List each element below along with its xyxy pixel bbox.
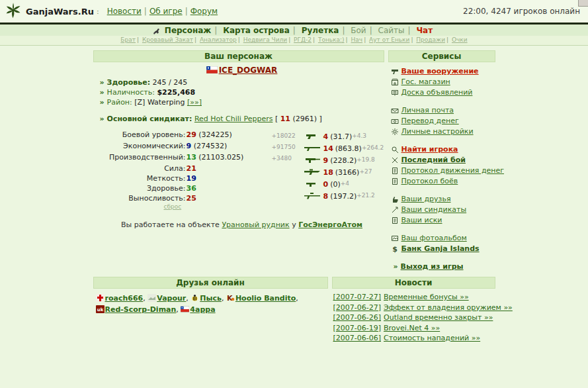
- service-your-weapons[interactable]: Ваше вооружение: [391, 66, 495, 77]
- service-notice-board[interactable]: Доска объявлений: [391, 87, 495, 98]
- separator: |: [137, 36, 139, 43]
- subnav-rgd2[interactable]: РГД-2: [294, 36, 312, 43]
- friend-link[interactable]: Vapour: [157, 294, 186, 303]
- weapon-extra: (0): [330, 180, 341, 189]
- service-link[interactable]: Протокол боёв: [401, 176, 458, 187]
- service-money-log[interactable]: Протокол движения денег: [391, 166, 495, 176]
- stat-strength: Сила: 21: [100, 164, 298, 173]
- news-link[interactable]: [2007-06-19]Brovei.Net 4 »»: [333, 323, 495, 334]
- service-your-friends[interactable]: Ваши друзья: [391, 194, 495, 205]
- nav-character[interactable]: Персонаж: [165, 26, 211, 35]
- service-link[interactable]: Гос. магазин: [401, 77, 450, 87]
- exit-game-link[interactable]: Выход из игры: [401, 262, 464, 271]
- friend-link[interactable]: 4appa: [190, 305, 215, 314]
- friend-link[interactable]: Hoolio Bandito: [235, 294, 296, 303]
- person-icon: [152, 28, 161, 34]
- service-state-shop[interactable]: Гос. магазин: [391, 77, 495, 87]
- syndicate-rank: 11: [280, 115, 290, 123]
- service-link[interactable]: Протокол движения денег: [401, 166, 505, 176]
- service-link[interactable]: Ваши синдикаты: [401, 205, 467, 215]
- uk-badge-icon: [96, 305, 105, 313]
- stat-value: 29: [187, 130, 196, 139]
- friend-link[interactable]: Red-Scorp-Diman: [105, 305, 177, 314]
- bracket-open: [: [275, 115, 278, 123]
- district-move-link[interactable]: [»»]: [187, 98, 202, 107]
- service-last-fight[interactable]: Последний бой: [391, 155, 495, 166]
- friends-panel-header: Друзья онлайн: [93, 277, 328, 289]
- service-link[interactable]: Найти игрока: [401, 144, 458, 155]
- weapon-value: 9: [323, 156, 329, 165]
- topbar-link-news[interactable]: Новости: [107, 7, 142, 16]
- news-link[interactable]: [2007-06-06]Стоимость нападений »»: [333, 333, 495, 344]
- topbar-link-forum[interactable]: Форум: [190, 7, 218, 16]
- service-personal-mail[interactable]: Личная почта: [391, 105, 495, 116]
- service-battle-log[interactable]: Протокол боёв: [391, 176, 495, 187]
- service-link[interactable]: Ваше вооружение: [401, 66, 479, 77]
- weapon-value: 4: [323, 132, 329, 141]
- service-link[interactable]: Личные настройки: [401, 126, 474, 137]
- separator: |: [185, 7, 188, 16]
- service-your-claims[interactable]: Ваши иски: [391, 215, 495, 226]
- district-label: Район:: [107, 98, 132, 107]
- stats-reset-link[interactable]: сброс: [164, 203, 182, 210]
- dart-icon: [391, 206, 399, 214]
- stat-delta: +91750: [272, 141, 298, 152]
- work-employer-link[interactable]: ГосЭнергоАтом: [298, 220, 362, 229]
- nav-fight[interactable]: Бой: [351, 26, 366, 35]
- subnav-nedviga-chili[interactable]: Недвига Чили: [243, 36, 287, 43]
- stat-label: Выносливость:: [100, 193, 186, 203]
- service-link[interactable]: Ваш фотоальбом: [401, 233, 467, 244]
- subnav-brat[interactable]: Брат: [120, 36, 136, 43]
- nav-roulette[interactable]: Рулетка: [302, 26, 339, 35]
- nav-sites[interactable]: Сайты: [378, 26, 405, 35]
- friend-item: Hoolio Bandito: [226, 294, 298, 303]
- weapon-delta: +21.2: [357, 190, 375, 199]
- service-link[interactable]: Ваши иски: [401, 215, 442, 226]
- service-link[interactable]: Банк Ganja Islands: [401, 244, 480, 254]
- separator: |: [144, 7, 147, 16]
- friend-link[interactable]: roach666: [105, 294, 144, 303]
- topbar-link-about[interactable]: Об игре: [149, 7, 183, 16]
- subnav-nach[interactable]: Нач: [351, 36, 363, 43]
- nav-island-map[interactable]: Карта острова: [223, 26, 290, 35]
- character-name-link[interactable]: ICE_DOGWAR: [219, 66, 278, 75]
- scrollbar-corner[interactable]: [578, 0, 588, 7]
- pistol-icon: [391, 68, 399, 75]
- subnav-prodazhi[interactable]: Продажи: [416, 36, 445, 43]
- news-date: [2007-06-27]: [333, 303, 382, 312]
- service-your-syndicates[interactable]: Ваши синдикаты: [391, 205, 495, 215]
- weapon-delta: +4: [341, 178, 349, 187]
- stat-value: 36: [187, 184, 196, 193]
- crossed-swords-icon: [391, 156, 399, 164]
- service-find-player[interactable]: Найти игрока: [391, 144, 495, 155]
- news-title: Brovei.Net 4 »»: [384, 324, 440, 332]
- syndicate-link[interactable]: Red Hot Chili Peppers: [194, 115, 273, 123]
- news-link[interactable]: [2007-07-27]Временные бонусы »»: [333, 292, 495, 303]
- stat-endurance: Выносливость: 25: [100, 193, 298, 203]
- news-link[interactable]: [2007-06-27]Эффект от владения оружием »…: [333, 303, 495, 313]
- subnav-ochki[interactable]: Очки: [452, 36, 468, 43]
- service-personal-settings[interactable]: Личные настройки: [391, 126, 495, 137]
- stat-extra: (21103.025): [198, 153, 243, 162]
- subnav-krovavy-zakat[interactable]: Кровавый Закат: [142, 36, 193, 43]
- cash-label: Наличность:: [107, 88, 155, 97]
- friend-link[interactable]: Пысь: [200, 294, 222, 303]
- syndicate-line: »Основной синдикат: Red Hot Chili Pepper…: [100, 114, 384, 124]
- service-link[interactable]: Последний бой: [401, 155, 466, 166]
- subnav-aut-ot-enki[interactable]: Аут от Еньки: [369, 36, 409, 43]
- subnav-tonka[interactable]: Тонька:): [318, 36, 345, 43]
- service-link[interactable]: Личная почта: [401, 105, 454, 116]
- service-link[interactable]: Ваши друзья: [401, 194, 451, 205]
- nav-chat[interactable]: Чат: [416, 26, 433, 35]
- service-photo-album[interactable]: Ваш фотоальбом: [391, 233, 495, 244]
- work-object-link[interactable]: Урановый рудник: [222, 220, 289, 229]
- stat-production-level: Производственный: 13 (21103.025) +3480: [100, 152, 298, 164]
- settings-gear-icon: [391, 128, 399, 136]
- service-bank[interactable]: Банк Ganja Islands: [391, 244, 495, 254]
- stat-accuracy: Меткость: 19: [100, 173, 298, 183]
- service-link[interactable]: Доска объявлений: [401, 87, 473, 98]
- subnav-analizator[interactable]: Анализатор: [200, 36, 237, 43]
- news-link[interactable]: [2007-06-26]Outland временно закрыт »»: [333, 313, 495, 323]
- service-link[interactable]: Перевод денег: [401, 116, 459, 126]
- service-money-transfer[interactable]: Перевод денег: [391, 116, 495, 126]
